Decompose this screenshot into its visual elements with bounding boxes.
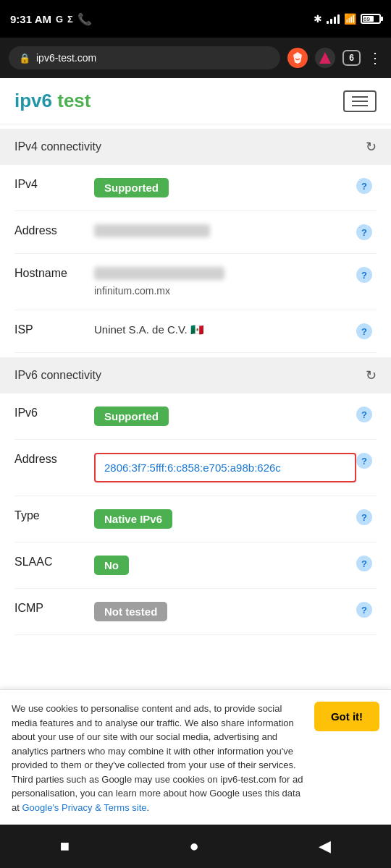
ipv6-address-box: 2806:3f7:5fff:6:c858:e705:a98b:626c xyxy=(94,453,356,482)
ipv4-isp-help[interactable]: ? xyxy=(356,323,377,339)
cookie-banner: We use cookies to personalise content an… xyxy=(0,689,391,825)
ipv6-refresh-icon[interactable]: ↻ xyxy=(366,367,377,383)
status-bar: 9:31 AM G Σ 📞 ✱ 📶 69 xyxy=(0,0,391,38)
ipv6-label: IPv6 xyxy=(14,407,94,420)
url-bar[interactable]: 🔒 ipv6-test.com xyxy=(9,46,280,69)
carrier-g: G xyxy=(56,14,63,25)
bottom-nav: ■ ● ◀ xyxy=(0,825,391,868)
cookie-text: We use cookies to personalise content an… xyxy=(12,703,303,813)
browser-bar: 🔒 ipv6-test.com 6 ⋮ xyxy=(0,38,391,78)
ipv6-slaac-badge: No xyxy=(94,556,129,575)
ipv6-type-help[interactable]: ? xyxy=(356,509,377,525)
bluetooth-icon: ✱ xyxy=(314,13,322,25)
ipv4-hostname-sub: infinitum.com.mx xyxy=(94,285,356,297)
ipv4-row: IPv4 Supported ? xyxy=(14,165,377,211)
cookie-text-block: We use cookies to personalise content an… xyxy=(12,702,304,814)
ipv4-help[interactable]: ? xyxy=(356,178,377,194)
ipv4-address-blurred xyxy=(94,224,210,237)
ipv6-type-value: Native IPv6 xyxy=(94,509,356,529)
ipv4-help-circle[interactable]: ? xyxy=(356,178,372,194)
ipv6-address-help-circle[interactable]: ? xyxy=(356,453,372,469)
ipv4-isp-value: Uninet S.A. de C.V. 🇲🇽 xyxy=(94,323,356,336)
ipv4-address-help[interactable]: ? xyxy=(356,224,377,240)
ipv4-hostname-help[interactable]: ? xyxy=(356,267,377,283)
browser-menu-button[interactable]: ⋮ xyxy=(368,49,382,67)
battery-level: 69 xyxy=(363,16,370,22)
got-it-button[interactable]: Got it! xyxy=(314,702,379,731)
ipv6-slaac-help-circle[interactable]: ? xyxy=(356,556,372,571)
ipv4-isp-row: ISP Uninet S.A. de C.V. 🇲🇽 ? xyxy=(14,310,377,353)
ipv4-value: Supported xyxy=(94,178,356,197)
ipv4-hostname-row: Hostname infinitum.com.mx ? xyxy=(14,254,377,310)
ipv6-icmp-label: ICMP xyxy=(14,602,94,615)
site-header: ipv6 test xyxy=(0,78,391,124)
hamburger-line-3 xyxy=(352,105,368,106)
ipv6-slaac-row: SLAAC No ? xyxy=(14,542,377,589)
ipv6-address-help[interactable]: ? xyxy=(356,453,377,469)
ipv6-value: Supported xyxy=(94,407,356,426)
ipv6-content: IPv6 Supported ? Address 2806:3f7:5fff:6… xyxy=(0,393,391,635)
time-display: 9:31 AM xyxy=(10,13,51,25)
ipv4-supported-badge: Supported xyxy=(94,178,169,197)
phone-icon: 📞 xyxy=(77,12,92,26)
ipv4-hostname-value: infinitum.com.mx xyxy=(94,267,356,297)
nav-home-button[interactable]: ● xyxy=(182,830,206,863)
ipv4-hostname-help-circle[interactable]: ? xyxy=(356,267,372,283)
staking-icon[interactable] xyxy=(315,48,335,68)
hamburger-line-1 xyxy=(352,96,368,98)
ipv6-section-title: IPv6 connectivity xyxy=(14,369,101,382)
logo-test: test xyxy=(57,90,91,111)
hamburger-menu-button[interactable] xyxy=(343,90,377,112)
carrier-sigma: Σ xyxy=(67,14,73,25)
tab-count[interactable]: 6 xyxy=(342,50,361,66)
ipv6-type-help-circle[interactable]: ? xyxy=(356,509,372,525)
ipv6-slaac-label: SLAAC xyxy=(14,556,94,569)
status-right: ✱ 📶 69 xyxy=(314,13,381,25)
ipv4-content: IPv4 Supported ? Address ? Hostname infi… xyxy=(0,165,391,353)
browser-icons: 6 ⋮ xyxy=(287,48,382,68)
logo-ipv6: ipv6 xyxy=(14,90,57,111)
ipv4-address-row: Address ? xyxy=(14,211,377,254)
ipv4-isp-label: ISP xyxy=(14,323,94,336)
cookie-period: . xyxy=(147,802,150,813)
ipv6-help[interactable]: ? xyxy=(356,407,377,422)
ipv6-icmp-badge: Not tested xyxy=(94,602,167,621)
ipv4-address-value xyxy=(94,224,356,239)
brave-icon[interactable] xyxy=(287,48,308,68)
ipv4-section-header: IPv4 connectivity ↻ xyxy=(0,129,391,165)
ipv6-icmp-value: Not tested xyxy=(94,602,356,621)
ipv4-address-help-circle[interactable]: ? xyxy=(356,224,372,240)
ipv6-address-row: Address 2806:3f7:5fff:6:c858:e705:a98b:6… xyxy=(14,440,377,496)
site-logo: ipv6 test xyxy=(14,90,91,112)
hamburger-line-2 xyxy=(352,101,368,102)
nav-square-button[interactable]: ■ xyxy=(53,830,77,863)
status-left: 9:31 AM G Σ 📞 xyxy=(10,12,92,26)
ipv6-type-row: Type Native IPv6 ? xyxy=(14,496,377,542)
ipv6-address-text: 2806:3f7:5fff:6:c858:e705:a98b:626c xyxy=(104,461,281,474)
ipv4-isp-help-circle[interactable]: ? xyxy=(356,323,372,339)
ipv6-help-circle[interactable]: ? xyxy=(356,407,372,422)
url-text: ipv6-test.com xyxy=(36,52,270,64)
ipv4-refresh-icon[interactable]: ↻ xyxy=(366,139,377,155)
ipv4-section-title: IPv4 connectivity xyxy=(14,140,101,153)
ipv6-type-label: Type xyxy=(14,509,94,522)
lock-icon: 🔒 xyxy=(19,53,30,64)
ipv6-icmp-row: ICMP Not tested ? xyxy=(14,589,377,635)
ipv4-address-label: Address xyxy=(14,224,94,237)
ipv4-label: IPv4 xyxy=(14,178,94,191)
ipv6-slaac-help[interactable]: ? xyxy=(356,556,377,571)
ipv6-row: IPv6 Supported ? xyxy=(14,393,377,440)
ipv4-isp-text: Uninet S.A. de C.V. 🇲🇽 xyxy=(94,323,204,336)
ipv4-hostname-label: Hostname xyxy=(14,267,94,280)
nav-back-button[interactable]: ◀ xyxy=(311,830,338,863)
ipv6-type-badge: Native IPv6 xyxy=(94,509,172,529)
ipv6-supported-badge: Supported xyxy=(94,407,169,426)
ipv6-icmp-help-circle[interactable]: ? xyxy=(356,602,372,618)
ipv4-hostname-blurred xyxy=(94,267,224,280)
wifi-icon: 📶 xyxy=(344,13,356,25)
ipv6-icmp-help[interactable]: ? xyxy=(356,602,377,618)
cookie-link[interactable]: Google's Privacy & Terms site xyxy=(22,802,146,813)
ipv6-address-value: 2806:3f7:5fff:6:c858:e705:a98b:626c xyxy=(94,453,356,482)
ipv6-section-header: IPv6 connectivity ↻ xyxy=(0,357,391,393)
ipv6-address-label: Address xyxy=(14,453,94,466)
